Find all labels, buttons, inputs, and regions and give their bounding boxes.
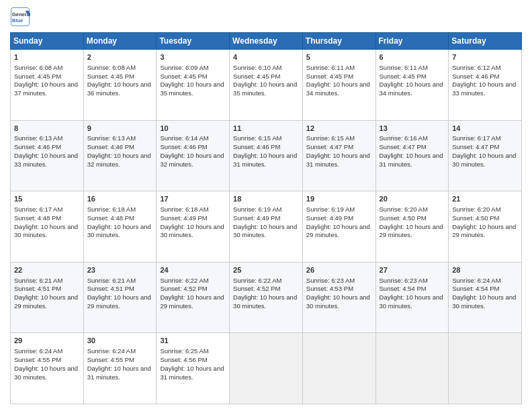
daylight-text: Daylight: 10 hours and 31 minutes. xyxy=(233,152,297,168)
day-number: 14 xyxy=(452,124,518,134)
day-number: 29 xyxy=(14,336,80,346)
calendar-cell: 11Sunrise: 6:15 AMSunset: 4:46 PMDayligh… xyxy=(230,120,303,191)
sunset-text: Sunset: 4:49 PM xyxy=(233,214,280,222)
sunset-text: Sunset: 4:45 PM xyxy=(160,73,207,80)
calendar-cell: 12Sunrise: 6:15 AMSunset: 4:47 PMDayligh… xyxy=(302,120,375,191)
sunrise-text: Sunrise: 6:08 AM xyxy=(87,64,136,71)
daylight-text: Daylight: 10 hours and 30 minutes. xyxy=(233,223,297,239)
calendar-week-1: 1Sunrise: 6:08 AMSunset: 4:45 PMDaylight… xyxy=(11,50,522,121)
calendar-cell: 15Sunrise: 6:17 AMSunset: 4:48 PMDayligh… xyxy=(11,191,84,263)
sunrise-text: Sunrise: 6:16 AM xyxy=(380,134,428,142)
calendar-cell: 17Sunrise: 6:18 AMSunset: 4:49 PMDayligh… xyxy=(157,191,230,263)
day-number: 18 xyxy=(233,194,299,204)
sunset-text: Sunset: 4:49 PM xyxy=(160,214,207,222)
sunset-text: Sunset: 4:53 PM xyxy=(306,285,353,292)
sunset-text: Sunset: 4:50 PM xyxy=(380,214,427,222)
calendar-cell: 5Sunrise: 6:11 AMSunset: 4:45 PMDaylight… xyxy=(302,50,375,121)
sunrise-text: Sunrise: 6:18 AM xyxy=(160,205,208,213)
sunrise-text: Sunrise: 6:24 AM xyxy=(87,347,136,355)
sunrise-text: Sunrise: 6:17 AM xyxy=(452,134,500,142)
sunrise-text: Sunrise: 6:08 AM xyxy=(14,64,62,71)
calendar-cell: 22Sunrise: 6:21 AMSunset: 4:51 PMDayligh… xyxy=(11,262,84,333)
sunrise-text: Sunrise: 6:20 AM xyxy=(380,205,428,213)
col-header-tuesday: Tuesday xyxy=(157,33,230,50)
daylight-text: Daylight: 10 hours and 31 minutes. xyxy=(87,365,151,381)
calendar-cell: 4Sunrise: 6:10 AMSunset: 4:45 PMDaylight… xyxy=(230,50,303,121)
daylight-text: Daylight: 10 hours and 30 minutes. xyxy=(87,223,151,239)
daylight-text: Daylight: 10 hours and 30 minutes. xyxy=(233,293,297,310)
sunset-text: Sunset: 4:47 PM xyxy=(306,143,353,150)
calendar-cell: 3Sunrise: 6:09 AMSunset: 4:45 PMDaylight… xyxy=(157,50,230,121)
sunrise-text: Sunrise: 6:11 AM xyxy=(306,64,355,71)
calendar-cell: 28Sunrise: 6:24 AMSunset: 4:54 PMDayligh… xyxy=(449,262,522,333)
daylight-text: Daylight: 10 hours and 37 minutes. xyxy=(14,81,78,97)
calendar-cell: 7Sunrise: 6:12 AMSunset: 4:46 PMDaylight… xyxy=(449,50,522,121)
header: General Blue xyxy=(10,7,522,27)
sunrise-text: Sunrise: 6:25 AM xyxy=(160,347,208,355)
calendar-week-2: 8Sunrise: 6:13 AMSunset: 4:46 PMDaylight… xyxy=(11,120,522,191)
sunset-text: Sunset: 4:46 PM xyxy=(233,143,280,150)
calendar-cell: 1Sunrise: 6:08 AMSunset: 4:45 PMDaylight… xyxy=(11,50,84,121)
calendar-cell: 31Sunrise: 6:25 AMSunset: 4:56 PMDayligh… xyxy=(157,333,230,404)
sunrise-text: Sunrise: 6:09 AM xyxy=(160,64,208,71)
col-header-sunday: Sunday xyxy=(11,33,84,50)
calendar-week-3: 15Sunrise: 6:17 AMSunset: 4:48 PMDayligh… xyxy=(11,191,522,263)
sunrise-text: Sunrise: 6:20 AM xyxy=(452,205,500,213)
sunrise-text: Sunrise: 6:21 AM xyxy=(87,277,136,284)
sunset-text: Sunset: 4:56 PM xyxy=(160,356,207,363)
sunrise-text: Sunrise: 6:11 AM xyxy=(380,64,428,71)
day-number: 15 xyxy=(14,194,80,204)
calendar-header-row: SundayMondayTuesdayWednesdayThursdayFrid… xyxy=(11,33,522,50)
sunset-text: Sunset: 4:48 PM xyxy=(87,214,134,222)
calendar-cell: 30Sunrise: 6:24 AMSunset: 4:55 PMDayligh… xyxy=(83,333,157,404)
daylight-text: Daylight: 10 hours and 35 minutes. xyxy=(233,81,297,97)
sunrise-text: Sunrise: 6:17 AM xyxy=(14,205,62,213)
sunset-text: Sunset: 4:55 PM xyxy=(14,356,61,363)
daylight-text: Daylight: 10 hours and 29 minutes. xyxy=(160,293,224,310)
day-number: 20 xyxy=(380,194,445,204)
col-header-saturday: Saturday xyxy=(449,33,522,50)
daylight-text: Daylight: 10 hours and 31 minutes. xyxy=(380,152,443,168)
sunset-text: Sunset: 4:51 PM xyxy=(87,285,134,292)
daylight-text: Daylight: 10 hours and 30 minutes. xyxy=(306,293,370,310)
day-number: 24 xyxy=(160,265,226,275)
daylight-text: Daylight: 10 hours and 29 minutes. xyxy=(87,293,151,310)
calendar-cell xyxy=(375,333,449,404)
sunset-text: Sunset: 4:45 PM xyxy=(87,73,134,80)
svg-text:Blue: Blue xyxy=(12,17,23,24)
calendar-cell: 9Sunrise: 6:13 AMSunset: 4:46 PMDaylight… xyxy=(83,120,157,191)
daylight-text: Daylight: 10 hours and 30 minutes. xyxy=(380,293,443,310)
day-number: 7 xyxy=(452,52,518,62)
calendar-week-5: 29Sunrise: 6:24 AMSunset: 4:55 PMDayligh… xyxy=(11,333,522,404)
daylight-text: Daylight: 10 hours and 32 minutes. xyxy=(87,152,151,168)
day-number: 4 xyxy=(233,52,299,62)
sunset-text: Sunset: 4:49 PM xyxy=(306,214,353,222)
calendar-cell xyxy=(302,333,375,404)
calendar-cell: 16Sunrise: 6:18 AMSunset: 4:48 PMDayligh… xyxy=(83,191,157,263)
sunrise-text: Sunrise: 6:13 AM xyxy=(87,134,136,142)
calendar-cell: 10Sunrise: 6:14 AMSunset: 4:46 PMDayligh… xyxy=(157,120,230,191)
calendar-table: SundayMondayTuesdayWednesdayThursdayFrid… xyxy=(10,32,522,404)
sunset-text: Sunset: 4:46 PM xyxy=(452,73,499,80)
sunset-text: Sunset: 4:54 PM xyxy=(380,285,427,292)
day-number: 1 xyxy=(14,52,80,62)
sunset-text: Sunset: 4:47 PM xyxy=(452,143,499,150)
daylight-text: Daylight: 10 hours and 34 minutes. xyxy=(306,81,370,97)
daylight-text: Daylight: 10 hours and 33 minutes. xyxy=(14,152,78,168)
sunset-text: Sunset: 4:51 PM xyxy=(14,285,61,292)
daylight-text: Daylight: 10 hours and 36 minutes. xyxy=(87,81,151,97)
day-number: 23 xyxy=(87,265,153,275)
daylight-text: Daylight: 10 hours and 30 minutes. xyxy=(452,293,516,310)
col-header-monday: Monday xyxy=(83,33,157,50)
day-number: 2 xyxy=(87,52,153,62)
calendar-cell: 13Sunrise: 6:16 AMSunset: 4:47 PMDayligh… xyxy=(375,120,449,191)
sunset-text: Sunset: 4:50 PM xyxy=(452,214,499,222)
sunset-text: Sunset: 4:55 PM xyxy=(87,356,134,363)
calendar-cell xyxy=(449,333,522,404)
calendar-cell xyxy=(230,333,303,404)
daylight-text: Daylight: 10 hours and 30 minutes. xyxy=(14,223,78,239)
sunrise-text: Sunrise: 6:24 AM xyxy=(14,347,62,355)
day-number: 28 xyxy=(452,265,518,275)
calendar-cell: 27Sunrise: 6:23 AMSunset: 4:54 PMDayligh… xyxy=(375,262,449,333)
sunrise-text: Sunrise: 6:21 AM xyxy=(14,277,62,284)
